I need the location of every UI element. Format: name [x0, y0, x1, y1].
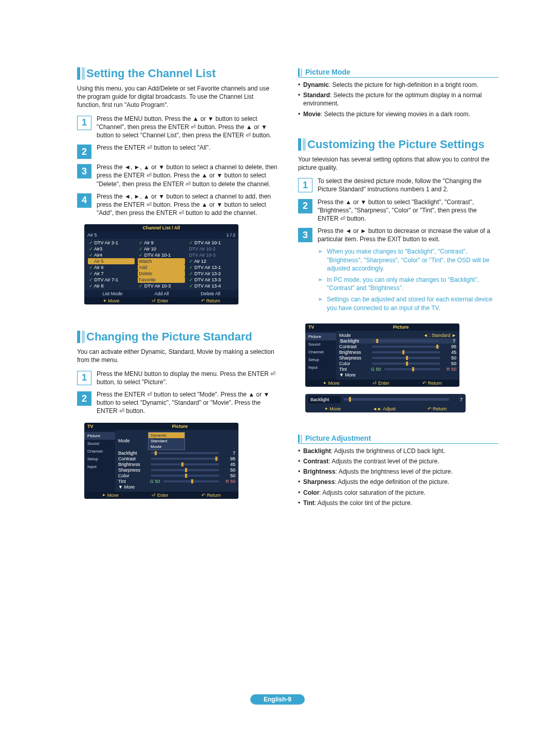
customizing-notes: When you make changes to "Backlight", "C… — [298, 247, 498, 315]
step-c2: 2 Press the ▲ or ▼ button to select "Bac… — [298, 198, 498, 223]
osd-backlight-bar: Backlight 7 ✦ Move ◄► Adjust ↶ Return — [305, 394, 466, 412]
intro-picture-standard: You can activate either Dynamic, Standar… — [77, 348, 278, 364]
step-c1: 1 To select the desired picture mode, fo… — [298, 177, 498, 193]
step-b1: 1 Press the MENU button to display the m… — [77, 370, 278, 386]
page-number: English-9 — [250, 694, 305, 705]
step-a3: 3 Press the ◄, ►, ▲ or ▼ button to selec… — [77, 163, 278, 188]
osd-picture-mode: TVPicture Picture Sound Channel Setup In… — [84, 423, 238, 499]
intro-customizing: Your television has several setting opti… — [298, 155, 498, 172]
step-c3: 3 Press the ◄ or ► button to decrease or… — [298, 227, 498, 243]
h1-channel-list: Setting the Channel List — [86, 67, 216, 80]
h1-customizing: Customizing the Picture Settings — [307, 138, 485, 151]
picture-adjustment-list: Backlight: Adjusts the brightness of LCD… — [298, 447, 498, 509]
step-a2: 2 Press the ENTER ⏎ button to select "Al… — [77, 143, 278, 159]
osd-picture-adjust: TVPicture Picture Sound Channel Setup In… — [305, 323, 459, 387]
step-b2: 2 Press the ENTER ⏎ button to select "Mo… — [77, 390, 278, 416]
step-a1: 1 Press the MENU button. Press the ▲ or … — [77, 115, 278, 140]
heading-picture-mode: Picture Mode — [298, 68, 498, 78]
heading-channel-list: Setting the Channel List — [77, 67, 278, 80]
intro-channel-list: Using this menu, you can Add/Delete or s… — [77, 84, 278, 110]
osd-channel-list: Channel List / All Air 51 / 2 DTV Air 2-… — [84, 224, 238, 304]
heading-customizing: Customizing the Picture Settings — [298, 138, 498, 151]
h1-picture-standard: Changing the Picture Standard — [86, 330, 252, 344]
picture-mode-list: Dynamic: Selects the picture for high-de… — [298, 81, 498, 120]
heading-picture-standard: Changing the Picture Standard — [77, 330, 278, 344]
step-a4: 4 Press the ◄, ►, ▲ or ▼ button to selec… — [77, 192, 278, 218]
heading-picture-adjustment: Picture Adjustment — [298, 434, 498, 444]
